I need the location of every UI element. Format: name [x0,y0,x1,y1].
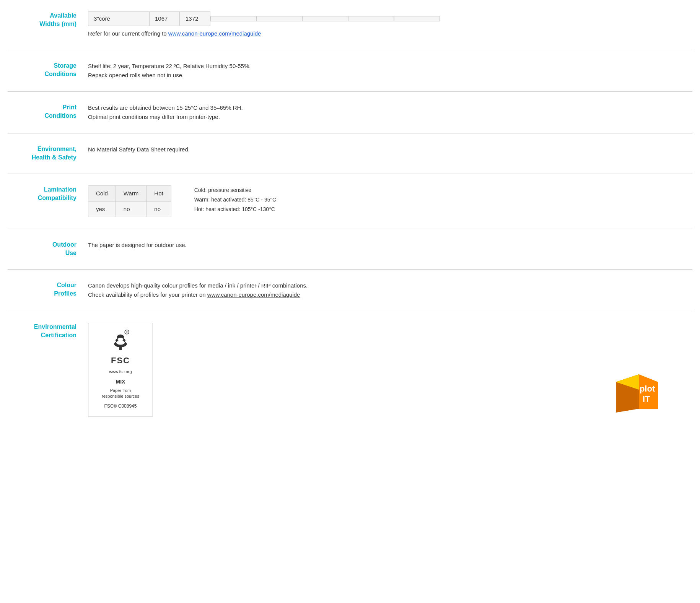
width-value-7 [394,16,440,21]
env-cert-label: Environmental Certification [11,323,88,340]
page-wrapper: Available Widths (mm) 3"core 1067 1372 R… [0,0,700,428]
core-cell: 3"core [88,11,149,26]
plotit-logo: plot IT [612,371,666,416]
width-value-5 [302,16,348,21]
svg-text:plot: plot [640,384,655,393]
lam-note-hot: Hot: heat activated: 105°C -130°C [194,205,277,214]
width-value-4 [256,16,302,21]
available-widths-content: 3"core 1067 1372 Refer for our current o… [88,11,689,38]
print-line2: Optimal print conditions may differ from… [88,112,689,122]
environment-text: No Material Safety Data Sheet required. [88,146,190,153]
fsc-tree-icon: ® [109,329,132,352]
outdoor-use-text: The paper is designed for outdoor use. [88,242,187,248]
lam-note-cold: Cold: pressure sensitive [194,185,277,195]
lamination-content: Cold Warm Hot yes no no Cold: [88,185,689,217]
storage-line2: Repack opened rolls when not in use. [88,71,689,80]
lamination-row: Lamination Compatibility Cold Warm Hot y [8,174,692,229]
colour-profiles-row: Colour Profiles Canon develops high-qual… [8,270,692,311]
fsc-code: FSC® C008945 [104,403,137,410]
colour-profiles-line1: Canon develops high-quality colour profi… [88,281,689,290]
print-line1: Best results are obtained between 15-25°… [88,103,689,112]
available-widths-row: Available Widths (mm) 3"core 1067 1372 R… [8,0,692,50]
lam-header-hot: Hot [147,185,171,201]
lam-header-warm: Warm [116,185,146,201]
storage-line1: Shelf life: 2 year, Temperature 22 ºC, R… [88,62,689,71]
outdoor-use-content: The paper is designed for outdoor use. [88,241,689,250]
storage-conditions-label: Storage Conditions [11,62,88,79]
fsc-mix: MIX [116,377,125,386]
width-value-3 [210,16,256,21]
env-cert-section: Environmental Certification ® [8,311,692,428]
lam-value-cold: yes [88,201,116,217]
lamination-row-inner: Cold Warm Hot yes no no Cold: [88,185,689,217]
colour-profiles-label: Colour Profiles [11,281,88,298]
lam-note-warm: Warm: heat activated: 85°C - 95°C [194,195,277,205]
outdoor-use-label: Outdoor Use [11,241,88,258]
colour-profiles-content: Canon develops high-quality colour profi… [88,281,689,299]
svg-text:®: ® [126,330,128,334]
colour-profiles-line2: Check availability of profiles for your … [88,290,689,299]
fsc-desc: Paper fromresponsible sources [102,388,139,400]
lamination-table: Cold Warm Hot yes no no [88,185,171,217]
lamination-label: Lamination Compatibility [11,185,88,203]
storage-conditions-row: Storage Conditions Shelf life: 2 year, T… [8,50,692,92]
svg-point-7 [118,338,124,341]
plotit-cube-svg: plot IT [612,371,666,416]
fsc-url: www.fsc.org [109,369,132,375]
fsc-title: FSC [111,354,130,367]
environment-label: Environment, Health & Safety [11,145,88,162]
lam-value-warm: no [116,201,146,217]
lamination-notes: Cold: pressure sensitive Warm: heat acti… [194,185,277,215]
svg-text:IT: IT [643,394,650,404]
width-value-1: 1067 [149,11,180,26]
width-value-6 [348,16,394,21]
storage-conditions-content: Shelf life: 2 year, Temperature 22 ºC, R… [88,62,689,80]
environment-content: No Material Safety Data Sheet required. [88,145,689,154]
width-value-2: 1372 [180,11,210,26]
print-conditions-content: Best results are obtained between 15-25°… [88,103,689,122]
fsc-box: ® FSC [88,323,153,416]
widths-note: Refer for our current offering to www.ca… [88,29,689,38]
print-conditions-label: Print Conditions [11,103,88,120]
outdoor-use-row: Outdoor Use The paper is designed for ou… [8,229,692,270]
mediaguide-link-colour[interactable]: www.canon-europe.com/mediaguide [207,291,300,298]
widths-grid: 3"core 1067 1372 [88,11,689,26]
available-widths-label: Available Widths (mm) [11,11,88,29]
lam-header-cold: Cold [88,185,116,201]
print-conditions-row: Print Conditions Best results are obtain… [8,92,692,133]
lam-value-hot: no [147,201,171,217]
env-cert-content: ® FSC [88,323,689,416]
mediaguide-link-widths[interactable]: www.canon-europe.com/mediaguide [168,30,261,37]
env-content-row: ® FSC [88,323,689,416]
environment-row: Environment, Health & Safety No Material… [8,133,692,174]
